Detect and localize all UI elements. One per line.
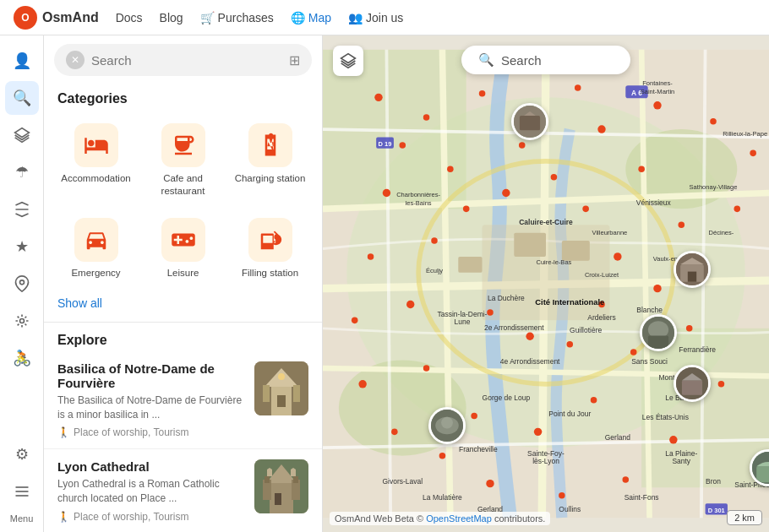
sidebar-btn-settings[interactable]: ⚙ xyxy=(5,437,39,471)
accommodation-icon xyxy=(74,123,118,167)
map-area[interactable]: A 6 xyxy=(323,35,769,532)
svg-text:Croix-Luizet: Croix-Luizet xyxy=(585,271,619,279)
explore-content-lyon-cathedral: Lyon Cathedral Lyon Cathedral is a Roman… xyxy=(57,459,244,523)
svg-point-51 xyxy=(439,453,446,459)
lyon-cathedral-tags-text: Place of worship, Tourism xyxy=(74,511,189,523)
svg-text:La Duchère: La Duchère xyxy=(488,294,525,302)
nav-blog[interactable]: Blog xyxy=(160,11,183,24)
sidebar-btn-trip[interactable] xyxy=(5,304,39,338)
sidebar-btn-route[interactable] xyxy=(5,193,39,226)
sidebar-btn-menu[interactable] xyxy=(5,475,39,508)
show-all-button[interactable]: Show all xyxy=(44,293,322,318)
svg-rect-33 xyxy=(458,257,482,273)
svg-point-10 xyxy=(278,373,285,380)
svg-rect-19 xyxy=(265,476,270,483)
accommodation-label: Accommodation xyxy=(61,172,130,185)
map-photo-marker-6[interactable] xyxy=(674,365,711,402)
categories-grid: Accommodation Cafe and restaurant Chargi… xyxy=(44,110,322,293)
svg-point-50 xyxy=(486,480,494,487)
svg-text:Fontaines-: Fontaines- xyxy=(642,79,673,87)
lyon-cathedral-title: Lyon Cathedral xyxy=(57,459,244,474)
map-label: Map xyxy=(308,11,331,24)
sidebar-btn-profile[interactable]: 👤 xyxy=(5,44,39,78)
notre-dame-description: The Basilica of Notre-Dame de Fourvière … xyxy=(57,394,244,422)
category-charging-station[interactable]: Charging station xyxy=(228,115,312,206)
sidebar-btn-weather[interactable]: ☂ xyxy=(5,155,39,189)
purchases-label: Purchases xyxy=(218,11,274,24)
svg-text:Cité Internationale: Cité Internationale xyxy=(535,297,604,307)
notre-dame-title: Basilica of Notre-Dame de Fourvière xyxy=(57,361,244,390)
nav-join[interactable]: 👥 Join us xyxy=(348,11,403,24)
search-bar-container[interactable]: ✕ ⊞ xyxy=(54,44,312,76)
svg-text:Givors-Laval: Givors-Laval xyxy=(383,477,423,486)
svg-point-45 xyxy=(686,325,693,332)
map-search-bar[interactable]: 🔍 Search xyxy=(461,46,630,74)
filling-station-label: Filling station xyxy=(242,267,298,280)
svg-text:Les États-Unis: Les États-Unis xyxy=(642,413,689,421)
svg-text:2e Arrondissement: 2e Arrondissement xyxy=(484,323,544,332)
map-photo-marker-5[interactable] xyxy=(640,314,677,351)
svg-text:Oullins: Oullins xyxy=(559,505,581,513)
svg-text:Guillotière: Guillotière xyxy=(570,326,602,334)
category-cafe-restaurant[interactable]: Cafe and restaurant xyxy=(141,115,225,206)
nav-docs[interactable]: Docs xyxy=(116,11,143,24)
nav-purchases[interactable]: 🛒 Purchases xyxy=(200,11,274,24)
sidebar-btn-favorites[interactable]: ★ xyxy=(5,230,39,263)
contributors-text: contributors. xyxy=(494,513,546,524)
sidebar-btn-search[interactable]: 🔍 xyxy=(5,81,39,115)
svg-point-36 xyxy=(374,94,382,101)
map-search-icon: 🔍 xyxy=(478,52,494,68)
leisure-icon xyxy=(161,218,205,262)
svg-text:Sathonay-Village: Sathonay-Village xyxy=(690,183,738,191)
join-icon: 👥 xyxy=(348,11,363,24)
map-layers-button[interactable] xyxy=(333,46,363,76)
explore-item-notre-dame[interactable]: Basilica of Notre-Dame de Fourvière The … xyxy=(44,351,322,450)
svg-rect-16 xyxy=(275,493,281,505)
icon-sidebar: 👤 🔍 ☂ ★ 🚴 ⚙ Menu xyxy=(0,35,44,532)
emergency-label: Emergency xyxy=(71,267,120,280)
svg-point-70 xyxy=(431,237,438,244)
svg-point-77 xyxy=(567,341,574,348)
svg-point-58 xyxy=(447,166,454,172)
notre-dame-tags-text: Place of worship, Tourism xyxy=(74,426,189,438)
sidebar-btn-map-markers[interactable] xyxy=(5,267,39,301)
filling-station-icon xyxy=(248,218,292,262)
map-photo-marker-7[interactable] xyxy=(428,407,466,444)
svg-point-65 xyxy=(591,397,597,404)
svg-rect-35 xyxy=(562,241,590,261)
search-input[interactable] xyxy=(91,53,282,68)
svg-point-2 xyxy=(19,319,24,323)
logo[interactable]: O OsmAnd xyxy=(14,6,99,30)
explore-content-notre-dame: Basilica of Notre-Dame de Fourvière The … xyxy=(57,361,244,439)
svg-text:Bron: Bron xyxy=(706,477,721,486)
svg-text:lès-Lyon: lès-Lyon xyxy=(532,457,559,465)
nav-map[interactable]: 🌐 Map xyxy=(291,11,331,24)
openstreetmap-link[interactable]: OpenStreetMap xyxy=(426,513,492,524)
sidebar-btn-cycling[interactable]: 🚴 xyxy=(5,341,39,375)
search-clear-button[interactable]: ✕ xyxy=(66,51,85,69)
svg-text:Sans Souci: Sans Souci xyxy=(631,357,668,366)
map-photo-marker-1[interactable] xyxy=(511,103,548,140)
svg-rect-150 xyxy=(756,466,769,482)
svg-text:La Mulatière: La Mulatière xyxy=(423,493,462,502)
svg-text:Ferrandière: Ferrandière xyxy=(679,345,716,354)
svg-text:Éculjy: Éculjy xyxy=(426,267,443,274)
category-filling-station[interactable]: Filling station xyxy=(228,209,312,288)
sidebar-btn-layers[interactable] xyxy=(5,118,39,152)
svg-point-69 xyxy=(406,301,414,308)
svg-text:Ardeliers: Ardeliers xyxy=(587,313,615,322)
top-navigation: O OsmAnd Docs Blog 🛒 Purchases 🌐 Map 👥 J… xyxy=(0,0,769,35)
explore-item-lyon-cathedral[interactable]: Lyon Cathedral Lyon Cathedral is a Roman… xyxy=(44,449,322,532)
svg-point-42 xyxy=(750,150,756,157)
map-photo-marker-4[interactable] xyxy=(674,251,711,288)
svg-point-78 xyxy=(526,333,533,340)
category-emergency[interactable]: Emergency xyxy=(54,209,138,288)
category-leisure[interactable]: Leisure xyxy=(141,209,225,288)
svg-point-63 xyxy=(653,285,661,292)
svg-point-74 xyxy=(582,206,589,213)
category-accommodation[interactable]: Accommodation xyxy=(54,115,138,206)
search-filter-icon[interactable]: ⊞ xyxy=(289,52,300,68)
svg-marker-21 xyxy=(267,468,272,476)
svg-rect-128 xyxy=(520,116,540,130)
svg-text:les-Bains: les-Bains xyxy=(406,199,432,207)
